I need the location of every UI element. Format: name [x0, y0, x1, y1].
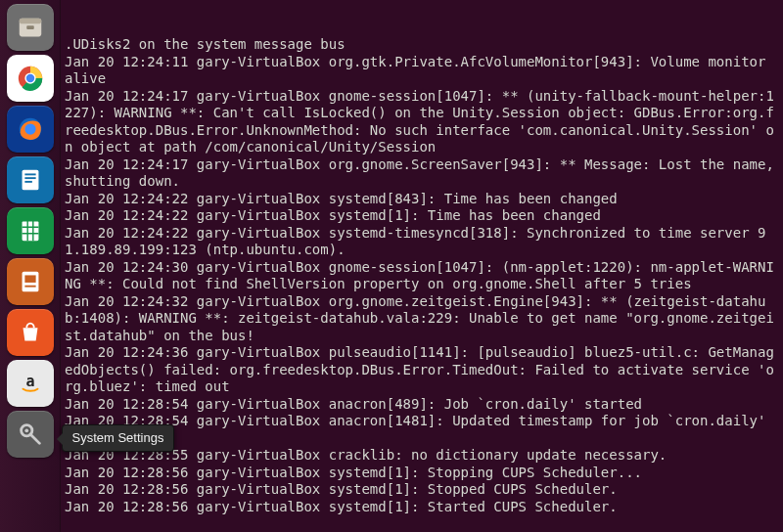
- launcher-calc[interactable]: [7, 207, 54, 254]
- svg-point-18: [24, 428, 28, 432]
- svg-point-5: [25, 74, 33, 82]
- svg-text:a: a: [25, 373, 34, 390]
- launcher-writer[interactable]: [7, 156, 54, 203]
- svg-point-7: [24, 123, 35, 134]
- launcher-chrome[interactable]: [7, 55, 54, 102]
- files-icon: [16, 13, 45, 42]
- gear-wrench-icon: [16, 420, 45, 449]
- chrome-icon: [16, 64, 45, 93]
- svg-rect-2: [26, 25, 34, 29]
- firefox-icon: [16, 114, 45, 144]
- svg-rect-9: [24, 173, 35, 175]
- shopping-bag-icon: [16, 318, 45, 347]
- svg-rect-10: [24, 177, 35, 179]
- launcher-system-settings[interactable]: System Settings: [7, 411, 54, 458]
- unity-launcher: a System Settings: [0, 0, 61, 532]
- launcher-amazon[interactable]: a: [7, 360, 54, 407]
- svg-rect-1: [19, 19, 41, 24]
- calc-icon: [16, 216, 45, 245]
- writer-icon: [16, 165, 45, 195]
- launcher-files[interactable]: [7, 4, 54, 51]
- svg-rect-14: [24, 275, 35, 283]
- launcher-impress[interactable]: [7, 258, 54, 305]
- impress-icon: [16, 267, 45, 296]
- svg-rect-11: [24, 181, 32, 183]
- svg-rect-8: [22, 170, 38, 191]
- amazon-icon: a: [16, 369, 45, 398]
- launcher-tooltip: System Settings: [62, 424, 175, 452]
- svg-rect-12: [22, 221, 38, 242]
- terminal-pane[interactable]: .UDisks2 on the system message bus Jan 2…: [61, 0, 783, 532]
- launcher-firefox[interactable]: [7, 106, 54, 153]
- svg-rect-15: [24, 286, 35, 288]
- launcher-ubuntu-software[interactable]: [7, 309, 54, 356]
